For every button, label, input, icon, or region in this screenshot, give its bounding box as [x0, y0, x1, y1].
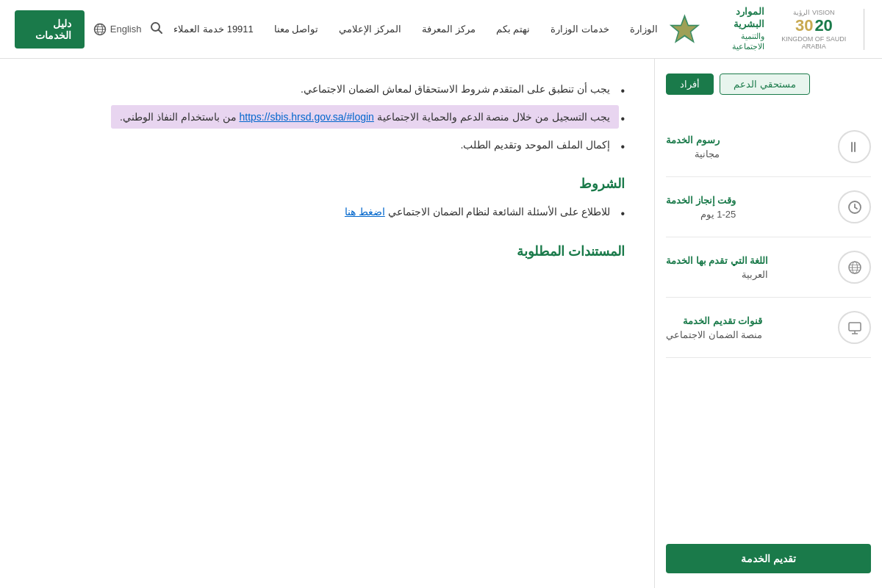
vision-number: 20	[814, 16, 832, 35]
tab-support[interactable]: مستحقي الدعم	[720, 74, 810, 95]
channels-value: منصة الضمان الاجتماعي	[666, 329, 762, 340]
logo-line1: الموارد البشرية	[709, 6, 764, 31]
fee-icon	[838, 130, 871, 163]
nav-contact[interactable]: تواصل معنا	[264, 18, 329, 40]
vision-2030: 20 30	[795, 16, 833, 35]
vision-country: KINGDOM OF SAUDI ARABIA	[773, 35, 855, 50]
nav-knowledge[interactable]: مركز المعرفة	[412, 18, 486, 40]
logo-line2: والتنمية الاجتماعية	[709, 31, 764, 52]
vision-suffix: 30	[795, 16, 813, 35]
sidebar-fee-section: رسوم الخدمة مجانية	[666, 117, 871, 177]
content-area: يجب أن تنطبق على المتقدم شروط الاستحقاق …	[0, 59, 654, 588]
search-icon[interactable]	[150, 21, 163, 37]
sidebar-time-section: وقت إنجاز الخدمة 1-25 يوم	[666, 177, 871, 237]
main-container: مستحقي الدعم أفراد رسوم الخدمة مجانية	[0, 59, 882, 588]
header-right: VISION الرؤية 20 30 KINGDOM OF SAUDI ARA…	[668, 6, 867, 51]
sidebar-tabs: مستحقي الدعم أفراد	[666, 74, 871, 95]
channels-icon	[838, 311, 871, 344]
services-guide-button[interactable]: دليل الخدمات	[15, 10, 85, 49]
nav-for-you[interactable]: نهتم بكم	[486, 18, 541, 40]
fee-title: رسوم الخدمة	[666, 135, 720, 146]
time-value: 1-25 يوم	[666, 209, 736, 220]
faq-link[interactable]: اضغط هنا	[345, 206, 385, 218]
requirement-text-2-pre: يجب التسجيل من خلال منصة الدعم والحماية …	[374, 111, 610, 123]
registration-link[interactable]: https://sbis.hrsd.gov.sa/#login	[239, 111, 373, 123]
globe-icon	[93, 23, 107, 36]
requirement-highlighted: يجب التسجيل من خلال منصة الدعم والحماية …	[111, 105, 619, 129]
nav-ministry-services[interactable]: خدمات الوزارة	[540, 18, 620, 40]
nav-media[interactable]: المركز الإعلامي	[329, 18, 412, 40]
requirement-item-2: يجب التسجيل من خلال منصة الدعم والحماية …	[29, 109, 625, 126]
requirement-item-3: إكمال الملف الموحد وتقديم الطلب.	[29, 137, 625, 154]
svg-line-3	[159, 29, 162, 33]
requirement-text-2-post: من باستخدام النفاذ الوطني.	[120, 111, 239, 123]
logo-star-icon	[668, 11, 701, 48]
vision-logo: VISION الرؤية 20 30 KINGDOM OF SAUDI ARA…	[773, 9, 864, 50]
lang-label: English	[110, 24, 142, 35]
channels-text: قنوات تقديم الخدمة منصة الضمان الاجتماعي	[666, 315, 762, 340]
nav-customer-service[interactable]: 19911 خدمة العملاء	[163, 18, 263, 40]
logo-text: الموارد البشرية والتنمية الاجتماعية	[709, 6, 764, 51]
language-icon	[838, 251, 871, 284]
requirement-text-1: يجب أن تنطبق على المتقدم شروط الاستحقاق …	[301, 83, 610, 95]
sidebar: مستحقي الدعم أفراد رسوم الخدمة مجانية	[654, 59, 882, 588]
nav-ministry[interactable]: الوزارة	[620, 18, 668, 40]
language-switcher[interactable]: English	[93, 23, 142, 36]
requirement-item-1: يجب أن تنطبق على المتقدم شروط الاستحقاق …	[29, 81, 625, 98]
svg-rect-19	[849, 323, 861, 331]
sidebar-channels-section: قنوات تقديم الخدمة منصة الضمان الاجتماعي	[666, 298, 871, 358]
header-left: English دليل الخدمات	[15, 10, 163, 49]
main-nav: الوزارة خدمات الوزارة نهتم بكم مركز المع…	[163, 18, 668, 40]
svg-line-13	[855, 207, 857, 209]
docs-section-title: المستندات المطلوبة	[29, 243, 625, 259]
time-text: وقت إنجاز الخدمة 1-25 يوم	[666, 195, 736, 220]
language-title: اللغة التي تقدم بها الخدمة	[666, 255, 768, 266]
requirement-text-3: إكمال الملف الموحد وتقديم الطلب.	[461, 139, 610, 151]
logo-area: الموارد البشرية والتنمية الاجتماعية	[668, 6, 764, 51]
conditions-list: للاطلاع على الأسئلة الشائعة لنظام الضمان…	[29, 204, 625, 221]
submit-service-button[interactable]: تقديم الخدمة	[666, 544, 871, 573]
fee-value: مجانية	[666, 148, 720, 159]
vision-label: VISION الرؤية	[793, 9, 834, 16]
tab-individuals[interactable]: أفراد	[666, 74, 714, 95]
requirements-list: يجب أن تنطبق على المتقدم شروط الاستحقاق …	[29, 81, 625, 154]
sidebar-bottom: تقديم الخدمة	[666, 529, 871, 573]
time-icon	[838, 190, 871, 223]
channels-title: قنوات تقديم الخدمة	[666, 315, 762, 326]
header: VISION الرؤية 20 30 KINGDOM OF SAUDI ARA…	[0, 0, 882, 59]
conditions-section-title: الشروط	[29, 176, 625, 192]
language-text: اللغة التي تقدم بها الخدمة العربية	[666, 255, 768, 280]
fee-text: رسوم الخدمة مجانية	[666, 135, 720, 159]
conditions-item-1: للاطلاع على الأسئلة الشائعة لنظام الضمان…	[29, 204, 625, 221]
sidebar-language-section: اللغة التي تقدم بها الخدمة العربية	[666, 237, 871, 298]
language-value: العربية	[666, 269, 768, 280]
conditions-text-1-pre: للاطلاع على الأسئلة الشائعة لنظام الضمان…	[385, 206, 610, 218]
time-title: وقت إنجاز الخدمة	[666, 195, 736, 206]
